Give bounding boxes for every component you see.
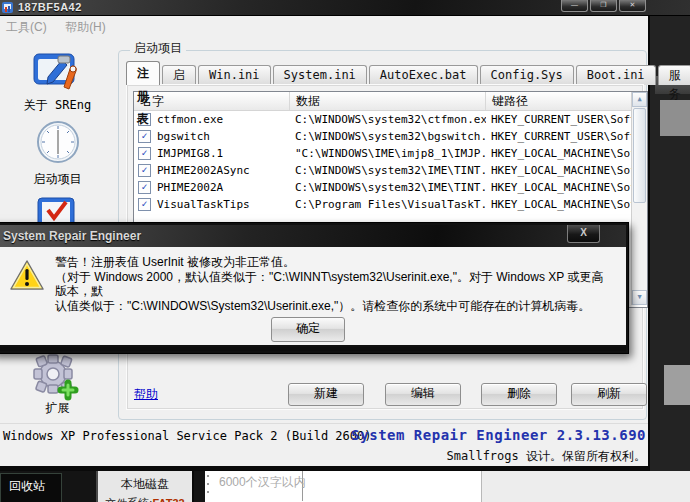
dialog-bottom-border <box>0 347 626 351</box>
row-keypath: HKEY_CURRENT_USER\Soft <box>486 113 647 126</box>
background-element <box>664 365 690 405</box>
extensions-icon-wrap[interactable] <box>28 352 82 406</box>
row-data: C:\WINDOWS\system32\bgswitch... <box>290 130 486 143</box>
tab-registry[interactable]: 注册表 <box>126 61 160 85</box>
table-row[interactable]: ✓PHIME2002ASync C:\WINDOWS\system32\IME\… <box>134 162 647 179</box>
dialog-body: 警告！注册表值 UserInit 被修改为非正常值。 （对于 Windows 2… <box>0 247 626 345</box>
column-header-keypath[interactable]: 键路径 <box>486 92 647 110</box>
background-element <box>660 100 690 136</box>
scroll-down-icon[interactable]: ▼ <box>632 290 647 305</box>
tab-boot-ini[interactable]: Boot.ini <box>576 65 656 85</box>
desktop-strip: 回收站 本地磁盘 文件系统:FAT32 6000个汉字以内 <box>0 471 690 502</box>
status-divider <box>0 423 648 424</box>
dialog-message: 警告！注册表值 UserInit 被修改为非正常值。 （对于 Windows 2… <box>55 255 610 313</box>
file-system-label: 文件系统:FAT32 <box>98 496 192 502</box>
ok-button[interactable]: 确定 <box>271 317 345 342</box>
clock-icon <box>36 120 80 164</box>
gear-plus-icon <box>28 352 82 402</box>
file-system-value: FAT32 <box>152 497 184 502</box>
table-row[interactable]: ✓IMJPMIG8.1 "C:\WINDOWS\IME\imjp8_1\IMJP… <box>134 145 647 162</box>
warning-dialog: System Repair Engineer X 警告！注册表值 UserIni… <box>0 222 629 354</box>
row-name: ctfmon.exe <box>157 113 223 126</box>
row-keypath: HKEY_LOCAL_MACHINE\Sof <box>486 181 647 194</box>
tab-config-sys[interactable]: Config.Sys <box>480 65 574 85</box>
dialog-message-line: 认值类似于："C:\WINDOWS\System32\Userinit.exe,… <box>55 299 610 314</box>
app-version-text: System Repair Engineer 2.3.13.690 <box>351 427 646 443</box>
dialog-title: System Repair Engineer <box>3 229 141 243</box>
recycle-bin-label[interactable]: 回收站 <box>0 473 62 502</box>
table-row[interactable]: ✓bgswitch C:\WINDOWS\system32\bgswitch..… <box>134 128 647 145</box>
row-data: "C:\WINDOWS\IME\imjp8_1\IMJP... <box>290 147 486 160</box>
table-row[interactable]: ✓PHIME2002A C:\WINDOWS\system32\IME\TINT… <box>134 179 647 196</box>
help-link[interactable]: 帮助 <box>134 386 158 403</box>
maximize-button[interactable]: ❐ <box>590 0 617 12</box>
tab-autoexec-bat[interactable]: AutoExec.bat <box>369 65 478 85</box>
row-checkbox[interactable]: ✓ <box>138 164 151 177</box>
menu-bar: 工具(C) 帮助(H) <box>0 17 648 34</box>
table-row[interactable]: ✓ctfmon.exe C:\WINDOWS\system32\ctfmon.e… <box>134 111 647 128</box>
row-name: PHIME2002A <box>157 181 223 194</box>
app-icon <box>2 2 13 13</box>
os-version-text: Windows XP Professional Service Pack 2 (… <box>3 429 371 443</box>
menu-tools[interactable]: 工具(C) <box>0 18 55 36</box>
dialog-message-line: 警告！注册表值 UserInit 被修改为非正常值。 <box>55 255 610 270</box>
credit-text: Smallfrogs 设计。保留所有权利。 <box>447 448 646 465</box>
about-sreng-icon[interactable] <box>32 52 80 100</box>
strip-right-panel <box>482 471 690 502</box>
edit-button[interactable]: 编辑 <box>385 383 461 406</box>
sidebar-item-startup[interactable]: 启动项目 <box>0 171 115 188</box>
column-header-name[interactable]: 名字 <box>134 92 290 110</box>
local-disk-panel[interactable]: 本地磁盘 文件系统:FAT32 <box>96 471 194 502</box>
sidebar-item-about[interactable]: 关于 SREng <box>0 97 115 114</box>
tab-win-ini[interactable]: Win.ini <box>198 65 271 85</box>
menu-help[interactable]: 帮助(H) <box>59 18 114 36</box>
tab-startup-folder[interactable]: 启动文件夹 <box>162 65 196 85</box>
close-button[interactable]: ✕ <box>619 0 646 12</box>
scroll-up-icon[interactable]: ▲ <box>632 92 647 107</box>
groupbox-title: 启动项目 <box>130 40 186 57</box>
tools-window-icon <box>32 52 80 96</box>
row-keypath: HKEY_CURRENT_USER\Soft <box>486 130 647 143</box>
row-checkbox[interactable]: ✓ <box>138 198 151 211</box>
text-edit-area[interactable]: 6000个汉字以内 <box>205 471 481 502</box>
row-keypath: HKEY_LOCAL_MACHINE\Sof <box>486 164 647 177</box>
row-name: bgswitch <box>157 130 210 143</box>
table-header: 名字 数据 键路径 <box>134 92 647 111</box>
tab-bar: 注册表 启动文件夹 Win.ini System.ini AutoExec.ba… <box>126 61 690 85</box>
table-row[interactable]: ✓VisualTaskTips C:\Program Files\VisualT… <box>134 196 647 213</box>
row-name: IMJPMIG8.1 <box>157 147 223 160</box>
column-header-data[interactable]: 数据 <box>290 92 486 110</box>
titlebar[interactable]: 187BF5A42 — ❐ ✕ <box>0 0 690 16</box>
minimize-button[interactable]: — <box>561 0 588 12</box>
row-name: PHIME2002ASync <box>157 164 250 177</box>
input-hint-text: 6000个汉字以内 <box>211 471 303 501</box>
new-button[interactable]: 新建 <box>288 383 364 406</box>
window-title: 187BF5A42 <box>18 1 82 13</box>
row-keypath: HKEY_LOCAL_MACHINE\Sof <box>486 147 647 160</box>
refresh-button[interactable]: 刷新 <box>571 383 647 406</box>
scrollbar-thumb[interactable] <box>633 108 646 203</box>
startup-items-icon-wrap[interactable] <box>36 120 80 168</box>
sidebar-item-extensions[interactable]: 扩展 <box>0 400 115 417</box>
warning-icon <box>9 259 45 292</box>
row-data: C:\WINDOWS\system32\IME\TINT... <box>290 164 486 177</box>
file-system-caption: 文件系统: <box>105 497 152 502</box>
tab-system-ini[interactable]: System.ini <box>273 65 367 85</box>
row-data: C:\WINDOWS\system32\IME\TINT... <box>290 181 486 194</box>
dialog-close-button[interactable]: X <box>567 225 600 243</box>
row-keypath: HKEY_LOCAL_MACHINE\Sof <box>486 198 647 211</box>
row-checkbox[interactable]: ✓ <box>138 147 151 160</box>
dialog-message-line: （对于 Windows 2000，默认值类似于："C:\WINNT\system… <box>55 270 610 299</box>
edit-scroll-dots <box>207 475 209 495</box>
tab-services[interactable]: 服务 <box>658 65 690 85</box>
row-checkbox[interactable]: ✓ <box>138 181 151 194</box>
row-name: VisualTaskTips <box>157 198 250 211</box>
local-disk-label: 本地磁盘 <box>98 476 192 493</box>
dialog-titlebar[interactable]: System Repair Engineer X <box>0 225 626 247</box>
row-data: C:\WINDOWS\system32\ctfmon.exe <box>290 113 486 126</box>
table-scrollbar[interactable]: ▲ ▼ <box>631 92 647 305</box>
row-checkbox[interactable]: ✓ <box>138 130 151 143</box>
delete-button[interactable]: 删除 <box>481 383 557 406</box>
window-controls: — ❐ ✕ <box>561 0 646 12</box>
row-data: C:\Program Files\VisualTaskT... <box>290 198 486 211</box>
